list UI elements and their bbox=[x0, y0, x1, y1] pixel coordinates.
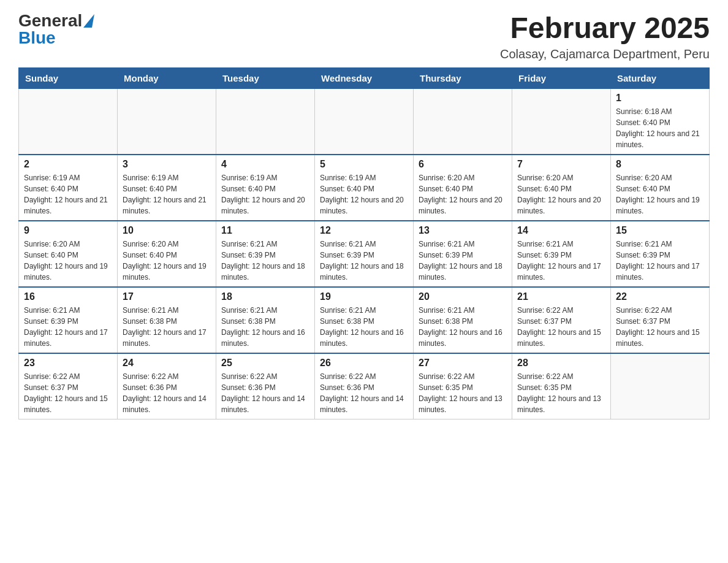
logo-general-text: General bbox=[18, 12, 82, 29]
calendar-cell: 13Sunrise: 6:21 AM Sunset: 6:39 PM Dayli… bbox=[414, 221, 512, 287]
calendar-header-row: SundayMondayTuesdayWednesdayThursdayFrid… bbox=[19, 67, 710, 88]
day-number: 6 bbox=[419, 159, 507, 170]
day-number: 16 bbox=[24, 291, 112, 302]
day-number: 15 bbox=[616, 225, 704, 236]
day-info: Sunrise: 6:21 AM Sunset: 6:39 PM Dayligh… bbox=[24, 305, 112, 349]
day-number: 8 bbox=[616, 159, 704, 170]
calendar-cell: 24Sunrise: 6:22 AM Sunset: 6:36 PM Dayli… bbox=[118, 353, 216, 419]
calendar-cell: 10Sunrise: 6:20 AM Sunset: 6:40 PM Dayli… bbox=[118, 221, 216, 287]
calendar-cell: 14Sunrise: 6:21 AM Sunset: 6:39 PM Dayli… bbox=[512, 221, 611, 287]
day-info: Sunrise: 6:21 AM Sunset: 6:39 PM Dayligh… bbox=[221, 239, 309, 283]
calendar-cell: 25Sunrise: 6:22 AM Sunset: 6:36 PM Dayli… bbox=[216, 353, 315, 419]
day-number: 22 bbox=[616, 291, 704, 302]
calendar-cell: 11Sunrise: 6:21 AM Sunset: 6:39 PM Dayli… bbox=[216, 221, 315, 287]
calendar-cell bbox=[19, 88, 118, 155]
day-number: 18 bbox=[221, 291, 309, 302]
day-number: 21 bbox=[517, 291, 605, 302]
calendar-week-row: 1Sunrise: 6:18 AM Sunset: 6:40 PM Daylig… bbox=[19, 88, 710, 155]
day-number: 17 bbox=[123, 291, 211, 302]
day-number: 9 bbox=[24, 225, 112, 236]
day-number: 24 bbox=[123, 358, 211, 369]
day-info: Sunrise: 6:21 AM Sunset: 6:39 PM Dayligh… bbox=[616, 239, 704, 283]
day-info: Sunrise: 6:20 AM Sunset: 6:40 PM Dayligh… bbox=[24, 239, 112, 283]
day-info: Sunrise: 6:20 AM Sunset: 6:40 PM Dayligh… bbox=[419, 172, 507, 216]
day-number: 28 bbox=[517, 358, 605, 369]
day-info: Sunrise: 6:21 AM Sunset: 6:39 PM Dayligh… bbox=[419, 239, 507, 283]
column-header-sunday: Sunday bbox=[19, 67, 118, 88]
column-header-saturday: Saturday bbox=[611, 67, 710, 88]
day-info: Sunrise: 6:22 AM Sunset: 6:36 PM Dayligh… bbox=[320, 371, 408, 415]
day-info: Sunrise: 6:18 AM Sunset: 6:40 PM Dayligh… bbox=[616, 106, 704, 150]
column-header-thursday: Thursday bbox=[414, 67, 512, 88]
day-info: Sunrise: 6:22 AM Sunset: 6:36 PM Dayligh… bbox=[123, 371, 211, 415]
day-number: 13 bbox=[419, 225, 507, 236]
column-header-tuesday: Tuesday bbox=[216, 67, 315, 88]
day-info: Sunrise: 6:22 AM Sunset: 6:37 PM Dayligh… bbox=[517, 305, 605, 349]
day-info: Sunrise: 6:21 AM Sunset: 6:39 PM Dayligh… bbox=[517, 239, 605, 283]
day-info: Sunrise: 6:22 AM Sunset: 6:37 PM Dayligh… bbox=[616, 305, 704, 349]
calendar-cell: 2Sunrise: 6:19 AM Sunset: 6:40 PM Daylig… bbox=[19, 155, 118, 221]
calendar-table: SundayMondayTuesdayWednesdayThursdayFrid… bbox=[18, 67, 710, 419]
day-number: 19 bbox=[320, 291, 408, 302]
day-number: 2 bbox=[24, 159, 112, 170]
column-header-friday: Friday bbox=[512, 67, 611, 88]
logo: General Blue bbox=[18, 12, 93, 47]
calendar-week-row: 2Sunrise: 6:19 AM Sunset: 6:40 PM Daylig… bbox=[19, 155, 710, 221]
calendar-cell: 27Sunrise: 6:22 AM Sunset: 6:35 PM Dayli… bbox=[414, 353, 512, 419]
day-info: Sunrise: 6:19 AM Sunset: 6:40 PM Dayligh… bbox=[320, 172, 408, 216]
calendar-cell bbox=[315, 88, 414, 155]
column-header-monday: Monday bbox=[118, 67, 216, 88]
calendar-cell bbox=[414, 88, 512, 155]
day-number: 5 bbox=[320, 159, 408, 170]
day-number: 23 bbox=[24, 358, 112, 369]
calendar-cell: 19Sunrise: 6:21 AM Sunset: 6:38 PM Dayli… bbox=[315, 287, 414, 353]
day-info: Sunrise: 6:21 AM Sunset: 6:38 PM Dayligh… bbox=[221, 305, 309, 349]
day-info: Sunrise: 6:19 AM Sunset: 6:40 PM Dayligh… bbox=[221, 172, 309, 216]
calendar-cell: 8Sunrise: 6:20 AM Sunset: 6:40 PM Daylig… bbox=[611, 155, 710, 221]
day-info: Sunrise: 6:20 AM Sunset: 6:40 PM Dayligh… bbox=[123, 239, 211, 283]
day-number: 10 bbox=[123, 225, 211, 236]
calendar-cell: 5Sunrise: 6:19 AM Sunset: 6:40 PM Daylig… bbox=[315, 155, 414, 221]
day-number: 3 bbox=[123, 159, 211, 170]
calendar-cell bbox=[216, 88, 315, 155]
calendar-cell: 6Sunrise: 6:20 AM Sunset: 6:40 PM Daylig… bbox=[414, 155, 512, 221]
day-info: Sunrise: 6:22 AM Sunset: 6:37 PM Dayligh… bbox=[24, 371, 112, 415]
day-info: Sunrise: 6:19 AM Sunset: 6:40 PM Dayligh… bbox=[123, 172, 211, 216]
calendar-cell: 16Sunrise: 6:21 AM Sunset: 6:39 PM Dayli… bbox=[19, 287, 118, 353]
calendar-cell bbox=[611, 353, 710, 419]
day-info: Sunrise: 6:19 AM Sunset: 6:40 PM Dayligh… bbox=[24, 172, 112, 216]
day-info: Sunrise: 6:21 AM Sunset: 6:38 PM Dayligh… bbox=[320, 305, 408, 349]
day-number: 20 bbox=[419, 291, 507, 302]
calendar-cell: 22Sunrise: 6:22 AM Sunset: 6:37 PM Dayli… bbox=[611, 287, 710, 353]
calendar-cell: 26Sunrise: 6:22 AM Sunset: 6:36 PM Dayli… bbox=[315, 353, 414, 419]
calendar-cell: 21Sunrise: 6:22 AM Sunset: 6:37 PM Dayli… bbox=[512, 287, 611, 353]
day-number: 26 bbox=[320, 358, 408, 369]
column-header-wednesday: Wednesday bbox=[315, 67, 414, 88]
calendar-cell: 15Sunrise: 6:21 AM Sunset: 6:39 PM Dayli… bbox=[611, 221, 710, 287]
day-info: Sunrise: 6:21 AM Sunset: 6:38 PM Dayligh… bbox=[123, 305, 211, 349]
calendar-cell: 1Sunrise: 6:18 AM Sunset: 6:40 PM Daylig… bbox=[611, 88, 710, 155]
calendar-week-row: 23Sunrise: 6:22 AM Sunset: 6:37 PM Dayli… bbox=[19, 353, 710, 419]
calendar-cell bbox=[512, 88, 611, 155]
calendar-cell: 7Sunrise: 6:20 AM Sunset: 6:40 PM Daylig… bbox=[512, 155, 611, 221]
day-info: Sunrise: 6:22 AM Sunset: 6:35 PM Dayligh… bbox=[517, 371, 605, 415]
month-title: February 2025 bbox=[500, 12, 710, 45]
location-text: Colasay, Cajamarca Department, Peru bbox=[500, 47, 710, 61]
calendar-cell bbox=[118, 88, 216, 155]
logo-blue-text: Blue bbox=[18, 29, 56, 47]
page-header: General Blue February 2025 Colasay, Caja… bbox=[18, 12, 710, 61]
calendar-cell: 28Sunrise: 6:22 AM Sunset: 6:35 PM Dayli… bbox=[512, 353, 611, 419]
day-info: Sunrise: 6:21 AM Sunset: 6:38 PM Dayligh… bbox=[419, 305, 507, 349]
calendar-week-row: 9Sunrise: 6:20 AM Sunset: 6:40 PM Daylig… bbox=[19, 221, 710, 287]
calendar-cell: 9Sunrise: 6:20 AM Sunset: 6:40 PM Daylig… bbox=[19, 221, 118, 287]
calendar-cell: 20Sunrise: 6:21 AM Sunset: 6:38 PM Dayli… bbox=[414, 287, 512, 353]
day-info: Sunrise: 6:22 AM Sunset: 6:36 PM Dayligh… bbox=[221, 371, 309, 415]
calendar-cell: 4Sunrise: 6:19 AM Sunset: 6:40 PM Daylig… bbox=[216, 155, 315, 221]
day-info: Sunrise: 6:20 AM Sunset: 6:40 PM Dayligh… bbox=[616, 172, 704, 216]
calendar-cell: 12Sunrise: 6:21 AM Sunset: 6:39 PM Dayli… bbox=[315, 221, 414, 287]
calendar-week-row: 16Sunrise: 6:21 AM Sunset: 6:39 PM Dayli… bbox=[19, 287, 710, 353]
day-number: 14 bbox=[517, 225, 605, 236]
day-number: 27 bbox=[419, 358, 507, 369]
day-info: Sunrise: 6:21 AM Sunset: 6:39 PM Dayligh… bbox=[320, 239, 408, 283]
calendar-cell: 17Sunrise: 6:21 AM Sunset: 6:38 PM Dayli… bbox=[118, 287, 216, 353]
